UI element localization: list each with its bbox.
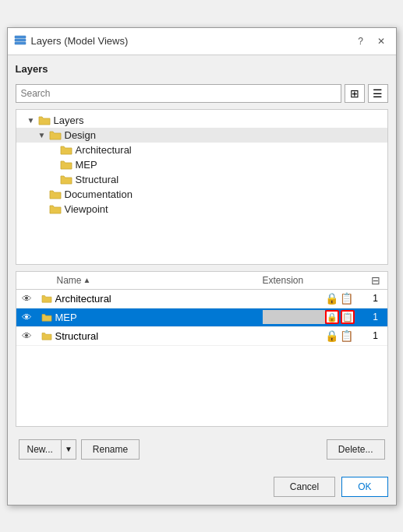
footer-row: Cancel OK	[8, 470, 396, 505]
titlebar-controls: ? ✕	[352, 33, 390, 50]
list-view-button[interactable]: ☰	[368, 84, 388, 103]
delete-button[interactable]: Delete...	[327, 439, 385, 460]
rename-button[interactable]: Rename	[81, 439, 140, 460]
col-header-extension[interactable]: Extension	[263, 275, 325, 286]
col-ext-label: Extension	[263, 275, 304, 286]
close-button[interactable]: ✕	[373, 33, 390, 50]
grid-view-button[interactable]: ⊞	[345, 84, 365, 103]
folder-icon-layers	[38, 115, 51, 125]
help-button[interactable]: ?	[352, 33, 369, 50]
svg-rect-2	[15, 36, 26, 38]
tree-item-documentation[interactable]: Documentation	[16, 187, 387, 202]
tree-label-structural: Structural	[76, 174, 119, 185]
table-row[interactable]: 👁 Architectural 🔒 📋 1	[16, 290, 387, 308]
visibility-icon: 👁	[22, 293, 32, 305]
filter-icon: ⊟	[371, 274, 380, 287]
new-button[interactable]: New...	[19, 439, 61, 460]
toggle-design: ▼	[38, 131, 49, 139]
tree-label-viewpoint: Viewpoint	[65, 203, 108, 215]
titlebar-left: Layers (Model Views)	[14, 35, 129, 48]
col-header-name[interactable]: Name ▲	[55, 275, 263, 286]
name-cell-structural: Structural	[55, 330, 263, 342]
icons-cell-mep: 🔒 📋	[325, 310, 364, 324]
search-input[interactable]	[16, 84, 341, 103]
folder-icon-row	[41, 294, 52, 303]
table-header: Name ▲ Extension ⊟	[16, 272, 387, 290]
titlebar: Layers (Model Views) ? ✕	[8, 28, 396, 55]
folder-cell-structural	[38, 331, 55, 340]
new-dropdown-button[interactable]: ▼	[61, 439, 76, 460]
eye-cell-mep[interactable]: 👁	[16, 312, 38, 323]
tree-item-architectural[interactable]: Architectural	[16, 143, 387, 157]
table-body[interactable]: 👁 Architectural 🔒 📋 1	[16, 290, 387, 426]
count-cell-structural: 1	[364, 330, 387, 341]
table-row[interactable]: 👁 MEP 🔒 📋 1	[16, 308, 387, 327]
layers-section-title: Layers	[16, 63, 388, 75]
tree-label-design: Design	[65, 129, 96, 141]
ok-button[interactable]: OK	[341, 477, 387, 497]
layer-icon-locked: 🔒	[325, 310, 339, 324]
col-header-filter[interactable]: ⊟	[364, 274, 387, 287]
visibility-icon: 👁	[22, 330, 32, 342]
eye-cell-architectural[interactable]: 👁	[16, 293, 38, 305]
ext-cell-mep	[263, 310, 325, 324]
folder-cell-mep	[38, 312, 55, 322]
table-panel: Name ▲ Extension ⊟ 👁	[16, 271, 388, 427]
visibility-icon: 👁	[22, 312, 32, 323]
svg-rect-1	[15, 42, 26, 44]
folder-icon-design	[49, 129, 62, 140]
folder-cell-architectural	[38, 294, 55, 303]
layers-icon	[14, 35, 27, 48]
folder-icon-architectural	[60, 144, 72, 155]
folder-icon-row	[41, 331, 52, 340]
tree-label-mep: MEP	[76, 159, 97, 171]
icons-cell-structural: 🔒 📋	[325, 329, 364, 342]
sort-arrow-icon: ▲	[83, 276, 91, 284]
folder-icon-mep	[60, 159, 72, 170]
tree-label-architectural: Architectural	[76, 144, 132, 156]
count-cell-mep: 1	[364, 312, 387, 322]
svg-rect-0	[15, 39, 26, 41]
layer-icon-2: 📋	[340, 292, 353, 305]
search-row: ⊞ ☰	[16, 84, 388, 103]
icons-cell-architectural: 🔒 📋	[325, 292, 364, 305]
count-cell-architectural: 1	[364, 293, 387, 304]
dialog-title: Layers (Model Views)	[31, 35, 129, 47]
col-name-label: Name	[57, 275, 82, 286]
layer-icon-copy: 📋	[341, 310, 355, 324]
tree-item-design[interactable]: ▼ Design	[16, 128, 387, 143]
dialog-content: Layers ⊞ ☰ ▼ Layers	[8, 55, 396, 470]
layer-icon-4: 📋	[340, 329, 353, 342]
cancel-button[interactable]: Cancel	[274, 477, 335, 497]
layer-icon-1: 🔒	[325, 292, 338, 305]
folder-icon-documentation	[49, 188, 62, 199]
grid-view-icon: ⊞	[350, 87, 359, 100]
main-dialog: Layers (Model Views) ? ✕ Layers ⊞ ☰ ▼	[7, 27, 397, 506]
tree-item-mep[interactable]: MEP	[16, 157, 387, 172]
tree-item-viewpoint[interactable]: Viewpoint	[16, 202, 387, 217]
tree-label-layers: Layers	[54, 115, 84, 126]
layer-icon-3: 🔒	[325, 329, 338, 342]
name-cell-mep: MEP	[55, 312, 263, 323]
tree-item-layers[interactable]: ▼ Layers	[16, 113, 387, 128]
eye-cell-structural[interactable]: 👁	[16, 330, 38, 342]
tree-item-structural[interactable]: Structural	[16, 172, 387, 187]
table-row[interactable]: 👁 Structural 🔒 📋 1	[16, 327, 387, 346]
new-button-group: New... ▼	[19, 439, 76, 460]
folder-icon-structural	[60, 174, 72, 185]
list-view-icon: ☰	[373, 87, 383, 100]
folder-icon-row	[41, 312, 52, 322]
action-buttons-row: New... ▼ Rename Delete...	[16, 433, 388, 463]
name-cell-architectural: Architectural	[55, 293, 263, 305]
toggle-layers: ▼	[27, 116, 38, 125]
folder-icon-viewpoint	[49, 203, 62, 214]
tree-panel[interactable]: ▼ Layers ▼ Design	[16, 109, 388, 265]
tree-label-documentation: Documentation	[65, 188, 133, 200]
